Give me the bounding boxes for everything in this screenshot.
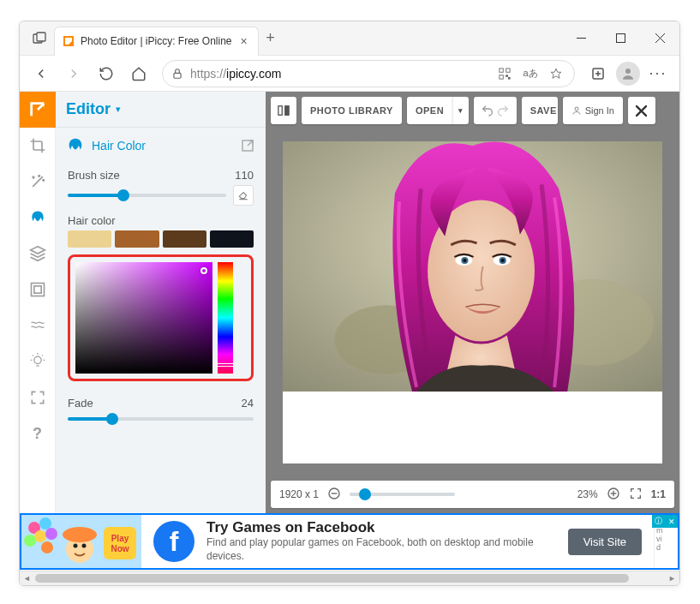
url-text: https://ipiccy.com	[190, 67, 281, 81]
nav-home-button[interactable]	[124, 59, 153, 88]
tool-rail: ?	[20, 92, 56, 513]
ipiccy-favicon-icon	[62, 34, 75, 48]
open-button[interactable]: OPEN	[407, 97, 452, 124]
saturation-value-field[interactable]	[75, 262, 212, 374]
redo-button[interactable]	[496, 104, 510, 117]
ad-subtitle: Find and play popular games on Facebook,…	[206, 536, 568, 563]
compare-button[interactable]	[271, 97, 296, 124]
zoom-value: 23%	[577, 488, 598, 500]
tool-name: Hair Color	[92, 139, 146, 152]
translate-icon[interactable]: аあ	[521, 64, 540, 83]
tool-header: Hair Color	[56, 128, 266, 164]
svg-point-62	[74, 544, 78, 548]
eraser-button[interactable]	[233, 185, 254, 206]
zoom-slider[interactable]	[350, 488, 455, 500]
svg-rect-23	[33, 286, 40, 293]
canvas-area: PHOTO LIBRARY OPEN ▾ SAVE Sign In	[266, 92, 679, 513]
svg-marker-21	[30, 247, 45, 254]
menu-button[interactable]: ···	[643, 59, 673, 88]
nav-refresh-button[interactable]	[92, 59, 121, 88]
svg-point-60	[41, 541, 53, 553]
fade-slider[interactable]	[68, 413, 254, 425]
lock-icon	[171, 68, 183, 80]
svg-point-20	[42, 180, 44, 182]
hue-cursor-icon	[216, 363, 235, 367]
svg-point-18	[33, 176, 34, 178]
save-button[interactable]: SAVE	[522, 97, 558, 124]
color-picker	[68, 254, 254, 381]
svg-rect-1	[37, 33, 45, 41]
swatch-black[interactable]	[210, 230, 254, 248]
adchoices-icon[interactable]: ⓘ✕	[652, 515, 678, 528]
svg-rect-34	[278, 106, 282, 116]
browser-tab[interactable]: Photo Editor | iPiccy: Free Online ×	[54, 27, 259, 56]
tips-tool-icon[interactable]	[20, 344, 56, 380]
svg-point-48	[501, 259, 505, 262]
svg-point-19	[38, 176, 39, 177]
horizontal-scrollbar[interactable]: ◄ ►	[20, 571, 679, 585]
nav-back-button[interactable]	[27, 59, 56, 88]
close-panel-button[interactable]	[628, 97, 655, 124]
nav-forward-button[interactable]	[59, 59, 88, 88]
portrait-image	[283, 141, 662, 392]
fade-label: Fade	[68, 397, 93, 410]
help-tool-icon[interactable]: ?	[20, 416, 56, 452]
svg-point-16	[625, 69, 631, 74]
svg-point-57	[34, 530, 46, 542]
person-icon	[571, 105, 582, 116]
svg-rect-35	[285, 106, 289, 116]
favorite-icon[interactable]	[547, 64, 565, 83]
hair-color-label: Hair color	[68, 214, 116, 227]
fullscreen-tool-icon[interactable]	[20, 380, 56, 416]
svg-rect-10	[506, 75, 508, 76]
crop-tool-icon[interactable]	[20, 128, 56, 164]
chevron-down-icon: ▾	[116, 104, 121, 115]
address-bar[interactable]: https://ipiccy.com аあ	[162, 60, 575, 87]
fit-screen-button[interactable]	[629, 487, 643, 503]
hue-slider[interactable]	[218, 262, 233, 374]
frames-tool-icon[interactable]	[20, 272, 56, 308]
editor-dropdown[interactable]: Editor ▾	[56, 92, 266, 128]
canvas-image[interactable]	[283, 141, 662, 463]
undo-button[interactable]	[481, 104, 494, 117]
svg-rect-6	[174, 73, 181, 78]
sign-in-button[interactable]: Sign In	[563, 97, 623, 124]
popout-icon[interactable]	[240, 138, 255, 153]
ad-banner[interactable]: Play Now f Try Games on Facebook Find an…	[20, 513, 679, 570]
qr-icon[interactable]	[495, 64, 514, 83]
new-tab-button[interactable]: +	[259, 27, 283, 51]
zoom-out-button[interactable]	[327, 487, 341, 503]
swatch-darkbrown[interactable]	[163, 230, 206, 248]
svg-point-64	[63, 527, 97, 542]
effects-tool-icon[interactable]	[20, 164, 56, 200]
svg-marker-12	[551, 69, 561, 78]
swatch-brown[interactable]	[115, 230, 159, 248]
tab-close-button[interactable]: ×	[237, 34, 251, 48]
retouch-tool-icon[interactable]	[20, 200, 56, 236]
textures-tool-icon[interactable]	[20, 308, 56, 344]
svg-rect-65	[104, 527, 136, 559]
window-maximize-button[interactable]	[601, 21, 640, 56]
profile-button[interactable]	[616, 62, 640, 86]
svg-line-32	[248, 141, 253, 146]
layers-tool-icon[interactable]	[20, 236, 56, 272]
open-dropdown-button[interactable]: ▾	[452, 97, 469, 124]
brush-size-slider[interactable]	[68, 189, 226, 201]
svg-point-36	[575, 107, 578, 111]
photo-library-button[interactable]: PHOTO LIBRARY	[302, 97, 402, 124]
svg-line-29	[42, 356, 43, 356]
image-dimensions: 1920 x 1	[279, 488, 319, 500]
fade-value: 24	[242, 397, 254, 410]
svg-point-58	[24, 535, 36, 547]
collections-button[interactable]	[583, 59, 613, 88]
ad-text: Try Games on Facebook Find and play popu…	[206, 519, 568, 563]
window-close-button[interactable]	[640, 21, 679, 56]
ad-cta-button[interactable]: Visit Site	[568, 529, 642, 555]
svg-line-30	[33, 356, 33, 356]
zoom-in-button[interactable]	[607, 487, 620, 503]
swatch-blonde[interactable]	[68, 230, 111, 248]
window-minimize-button[interactable]	[561, 21, 601, 56]
one-to-one-button[interactable]: 1:1	[651, 488, 666, 500]
ipiccy-logo-icon[interactable]	[20, 92, 56, 128]
tab-manager-button[interactable]	[25, 27, 54, 51]
